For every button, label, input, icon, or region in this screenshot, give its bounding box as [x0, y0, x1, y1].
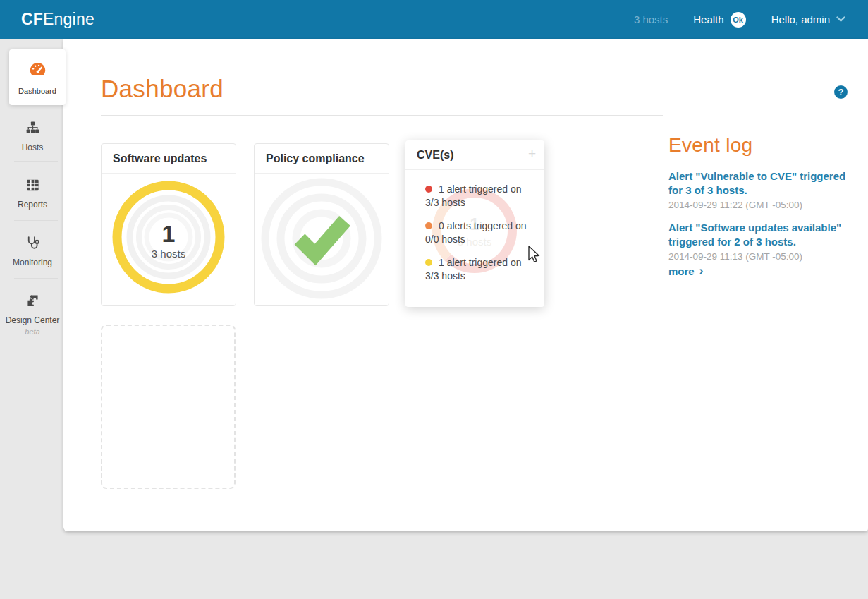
checkmark-rings	[259, 174, 384, 301]
sidebar-item-monitoring[interactable]: Monitoring	[0, 235, 65, 268]
sidebar-item-design-center[interactable]: Design Center beta	[0, 293, 65, 336]
gauge-value: 1	[162, 220, 176, 247]
orange-alert-dot-icon	[425, 222, 432, 229]
top-navbar: CFEngine 3 hosts Health Ok Hello, admin	[0, 0, 868, 39]
sidebar-item-label: Monitoring	[13, 258, 52, 267]
chevron-down-icon	[836, 16, 845, 23]
gauge-subtitle: 3 hosts	[152, 248, 185, 260]
cve-title-text: CVE(s)	[417, 149, 453, 162]
add-widget-placeholder[interactable]	[101, 325, 236, 489]
user-greeting: Hello, admin	[771, 13, 830, 25]
title-divider	[101, 115, 663, 116]
event-log-more-link[interactable]: more ›	[668, 265, 703, 277]
move-handle-icon[interactable]: +	[528, 147, 536, 160]
widget-title: CVE(s) +	[405, 140, 544, 170]
event-log-list: Alert "Vulnerable to CVE" triggered for …	[668, 169, 860, 272]
event-log-link[interactable]: Alert "Software updates available" trigg…	[668, 221, 860, 248]
sidebar-divider	[14, 161, 58, 162]
cve-alert-row[interactable]: 0 alerts triggered on 0/0 hosts	[425, 219, 533, 246]
help-icon[interactable]: ?	[834, 85, 848, 99]
donut-chart: 1 3 hosts	[109, 174, 228, 298]
cve-body: 1 3 hosts 1 alert triggered on 3/3 hosts…	[405, 170, 544, 306]
sidebar-nav: Dashboard Hosts	[0, 39, 65, 599]
user-menu[interactable]: Hello, admin	[771, 13, 845, 25]
widget-title: Policy compliance	[255, 144, 389, 174]
cve-alert-text: 0 alerts triggered on 0/0 hosts	[425, 220, 527, 245]
event-log-link[interactable]: Alert "Vulnerable to CVE" triggered for …	[668, 169, 860, 197]
beta-badge: beta	[0, 327, 65, 336]
sidebar-item-hosts[interactable]: Hosts	[0, 120, 65, 153]
sidebar-item-label: Hosts	[22, 143, 44, 152]
page-title: Dashboard	[101, 75, 224, 103]
cfengine-logo[interactable]: CFEngine	[21, 0, 94, 39]
software-updates-widget[interactable]: Software updates 1 3 hosts	[101, 143, 236, 306]
logo-engine: Engine	[43, 10, 94, 29]
sidebar-divider	[14, 220, 58, 221]
reports-table-icon	[0, 177, 65, 194]
cve-alert-row[interactable]: 1 alert triggered on 3/3 hosts	[425, 183, 533, 210]
software-updates-gauge: 1 3 hosts	[102, 174, 236, 298]
cve-alert-text: 1 alert triggered on 3/3 hosts	[425, 257, 522, 282]
hosts-count-link[interactable]: 3 hosts	[634, 13, 668, 25]
sidebar-item-label: Reports	[18, 200, 47, 210]
event-timestamp: 2014-09-29 11:13 (GMT -05:00)	[668, 251, 860, 262]
check-icon	[300, 221, 345, 255]
cve-alert-text: 1 alert triggered on 3/3 hosts	[425, 183, 522, 208]
navbar-right: 3 hosts Health Ok Hello, admin	[634, 0, 845, 39]
sidebar-item-label: Design Center	[6, 315, 60, 325]
cve-alert-row[interactable]: 1 alert triggered on 3/3 hosts	[425, 256, 533, 283]
sidebar-divider	[14, 278, 58, 279]
dashboard-gauge-icon	[9, 60, 66, 79]
cve-widget[interactable]: CVE(s) + 1 3 hosts 1 alert triggered on …	[405, 140, 544, 307]
event-log-entry: Alert "Software updates available" trigg…	[668, 221, 860, 262]
sidebar-item-label: Dashboard	[18, 87, 56, 95]
policy-compliance-widget[interactable]: Policy compliance	[254, 143, 389, 306]
sidebar-item-dashboard[interactable]: Dashboard	[9, 49, 66, 105]
policy-compliance-gauge	[255, 174, 389, 301]
more-label: more	[668, 265, 695, 277]
cve-alert-list: 1 alert triggered on 3/3 hosts 0 alerts …	[425, 183, 533, 293]
sidebar-item-reports[interactable]: Reports	[0, 177, 65, 210]
health-menu[interactable]: Health Ok	[693, 12, 745, 28]
health-label: Health	[693, 13, 723, 25]
design-center-puzzle-icon	[0, 293, 65, 310]
yellow-alert-dot-icon	[425, 259, 432, 266]
monitoring-stethoscope-icon	[0, 235, 65, 252]
health-status-badge: Ok	[731, 12, 746, 28]
chevron-right-icon: ›	[699, 265, 704, 277]
event-log-entry: Alert "Vulnerable to CVE" triggered for …	[668, 169, 860, 210]
event-log-title: Event log	[668, 134, 752, 157]
red-alert-dot-icon	[425, 186, 432, 193]
widget-title: Software updates	[102, 144, 236, 174]
event-timestamp: 2014-09-29 11:22 (GMT -05:00)	[668, 200, 860, 210]
hosts-sitemap-icon	[0, 120, 65, 137]
logo-cf: CF	[21, 10, 43, 29]
